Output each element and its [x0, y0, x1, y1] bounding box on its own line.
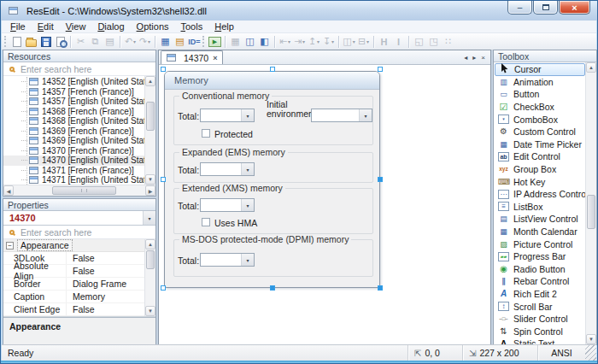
toolbox-item-scroll-bar[interactable]: ↕Scroll Bar — [495, 300, 585, 313]
tree-item[interactable]: 14352 [English (United States)] — [3, 77, 144, 87]
tree-item[interactable]: 14369 [French (France)] — [3, 126, 144, 137]
toolbox-vertical-scrollbar[interactable]: ▲ ▼ — [585, 62, 596, 344]
scroll-left-icon[interactable]: ◀ — [3, 185, 14, 196]
toolbox-item-rich-edit-2[interactable]: ARich Edit 2 — [495, 288, 585, 301]
initial-environment-label[interactable]: Initial environment: — [267, 100, 311, 119]
scroll-down-icon[interactable]: ▼ — [586, 334, 596, 344]
export-button[interactable]: ▤ — [173, 34, 187, 49]
scroll-up-icon[interactable]: ▲ — [145, 76, 155, 86]
dialog-editor-canvas[interactable]: Memory Conventional memory Total: ▾ Init… — [159, 65, 490, 344]
toolbox-item-progress-bar[interactable]: ▰▰Progress Bar — [495, 250, 585, 263]
resource-view-button[interactable]: ▦ — [158, 34, 173, 49]
toolbox-item-hot-key[interactable]: ⌨Hot Key — [495, 175, 585, 188]
toolbar-grip[interactable] — [202, 36, 205, 47]
menu-options[interactable]: Options — [131, 21, 175, 32]
tab-close-icon[interactable]: × — [213, 54, 217, 62]
property-row[interactable]: Client EdgeFalse — [3, 303, 144, 316]
designed-dialog[interactable]: Memory Conventional memory Total: ▾ Init… — [164, 71, 380, 288]
combobox-total-conventional[interactable]: ▾ — [200, 109, 255, 122]
print-preview-button[interactable] — [53, 34, 67, 49]
scroll-right-icon[interactable]: ▶ — [145, 185, 155, 196]
resources-search-input[interactable]: Enter search here — [3, 62, 155, 76]
total-label[interactable]: Total: — [178, 255, 199, 266]
grid-toggle-button[interactable]: ▦ — [228, 34, 243, 49]
scroll-down-icon[interactable]: ▼ — [145, 306, 155, 316]
tree-item-selected[interactable]: 14370 [English (United States)] — [3, 156, 144, 166]
same-height-button[interactable]: I — [391, 34, 406, 49]
paste-button[interactable]: ▤ — [103, 34, 117, 49]
scrollbar-thumb[interactable] — [52, 186, 116, 195]
scroll-up-icon[interactable]: ▲ — [145, 239, 155, 250]
total-label[interactable]: Total: — [178, 201, 199, 211]
combobox-total-dpmi[interactable]: ▾ — [200, 253, 255, 267]
tree-item[interactable]: 14368 [French (France)] — [3, 107, 144, 117]
toolbox-item-radio-button[interactable]: ◉Radio Button — [495, 263, 585, 276]
test-dialog-button[interactable]: ▶ — [208, 34, 222, 49]
combobox-initial-environment[interactable]: ▾ — [311, 109, 372, 122]
maximize-button[interactable] — [533, 1, 558, 15]
menu-dialog[interactable]: Dialog — [91, 21, 130, 32]
toolbox-item-cursor[interactable]: Cursor — [495, 63, 585, 76]
total-label[interactable]: Total: — [178, 111, 199, 121]
menu-view[interactable]: View — [60, 21, 92, 32]
toolbox-item-checkbox[interactable]: ☑CheckBox — [495, 101, 585, 114]
toolbox-item-date-time-picker[interactable]: ▦Date Time Picker — [495, 138, 585, 151]
scroll-tabs-right-icon[interactable]: ▸ — [472, 54, 476, 62]
scrollbar-thumb[interactable] — [146, 102, 155, 131]
toolbox-item-listbox[interactable]: ≡ListBox — [495, 201, 585, 214]
property-row[interactable]: Absolute AlignFalse — [3, 265, 144, 278]
combobox-total-xms[interactable]: ▾ — [200, 198, 255, 212]
center-horizontal-button[interactable]: ◫▾ — [342, 34, 356, 49]
same-width-button[interactable]: H — [377, 34, 391, 49]
toolbox-item-listview[interactable]: ▤ListView Control — [495, 213, 585, 226]
tab-order-button[interactable]: ◫ — [243, 34, 257, 49]
toolbox-item-custom-control[interactable]: ⚙Custom Control — [495, 126, 585, 138]
center-vertical-button[interactable]: ⊟▾ — [356, 34, 371, 49]
menu-edit[interactable]: Edit — [32, 21, 60, 32]
size-to-grid-button[interactable]: ◳ — [426, 34, 441, 49]
tree-item[interactable]: 14371 [English (United States)] — [3, 175, 144, 185]
resource-selector-combobox[interactable]: 14370 ▾ — [3, 211, 155, 226]
menu-help[interactable]: Help — [208, 21, 240, 32]
tree-item[interactable]: 14368 [English (United States)] — [3, 116, 144, 126]
tree-item[interactable]: 14357 [English (United States)] — [3, 97, 144, 107]
collapse-icon[interactable]: − — [6, 242, 14, 250]
scroll-tabs-left-icon[interactable]: ◂ — [464, 54, 467, 62]
toolbox-item-group-box[interactable]: xyzGroup Box — [495, 163, 585, 176]
tree-item[interactable]: 14369 [English (United States)] — [3, 136, 144, 146]
protected-label[interactable]: Protected — [214, 129, 253, 139]
properties-vertical-scrollbar[interactable]: ▲ ▼ — [144, 239, 155, 316]
toolbox-item-spin-control[interactable]: ⇅Spin Control — [495, 325, 585, 338]
size-to-content-button[interactable]: ◱ — [412, 34, 426, 49]
align-right-button[interactable]: ⇥▾ — [292, 34, 307, 49]
toolbox-item-month-calendar[interactable]: ▦Month Calendar — [495, 226, 585, 238]
id-button[interactable]: ID= — [187, 34, 202, 49]
toolbox-item-slider-control[interactable]: −□−Slider Control — [495, 313, 585, 326]
selection-handle-mid-left[interactable] — [161, 177, 166, 182]
properties-search-input[interactable]: Enter search here — [3, 226, 155, 239]
selection-handle-mid-right[interactable] — [378, 177, 383, 182]
property-row[interactable]: CaptionMemory — [3, 291, 144, 303]
minimize-button[interactable]: – — [507, 1, 532, 15]
save-button[interactable] — [38, 34, 53, 49]
copy-button[interactable]: ⧉ — [88, 34, 103, 49]
guides-button[interactable]: ◧ — [257, 34, 272, 49]
toolbox-item-edit-control[interactable]: abEdit Control — [495, 150, 585, 163]
property-row[interactable]: BorderDialog Frame — [3, 278, 144, 291]
menu-file[interactable]: File — [4, 21, 32, 32]
toolbox-item-combobox[interactable]: ▾ComboBox — [495, 113, 585, 126]
undo-button[interactable]: ↶▾ — [123, 34, 138, 49]
selection-handle-bottom-right[interactable] — [378, 285, 383, 291]
spacing-button[interactable]: ∷ — [441, 34, 455, 49]
resize-grip[interactable] — [585, 345, 596, 361]
close-button[interactable]: × — [559, 1, 590, 15]
scrollbar-thumb[interactable] — [146, 250, 155, 269]
scroll-up-icon[interactable]: ▲ — [586, 62, 596, 73]
chevron-down-icon[interactable]: ▾ — [143, 211, 155, 225]
toolbox-item-button[interactable]: ▭Button — [495, 88, 585, 101]
tree-item[interactable]: 14357 [French (France)] — [3, 87, 144, 97]
toolbox-item-picture-control[interactable]: ▨Picture Control — [495, 238, 585, 250]
uses-hma-label[interactable]: Uses HMA — [214, 218, 257, 228]
new-button[interactable] — [9, 34, 24, 49]
toolbar-grip[interactable] — [4, 36, 7, 47]
